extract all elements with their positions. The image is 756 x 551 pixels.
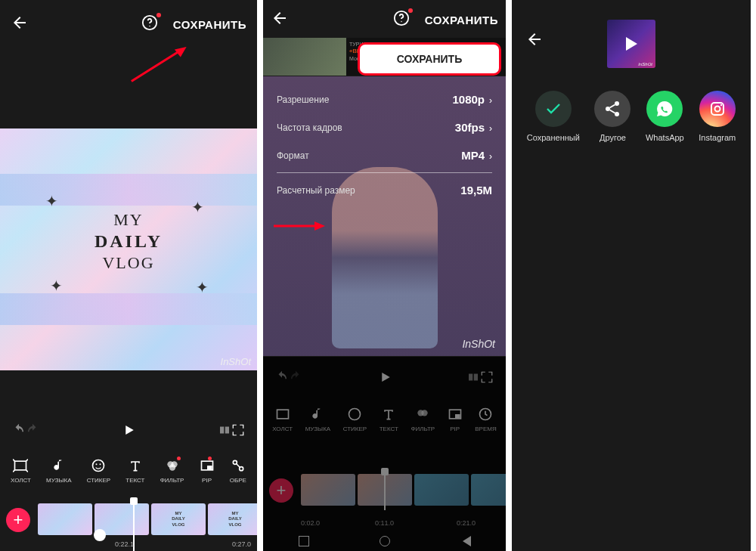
time-end: 0:27.0 xyxy=(232,540,251,548)
clip-thumb[interactable]: MYDAILYVLOG xyxy=(208,503,257,535)
undo-icon[interactable] xyxy=(12,423,26,440)
clip-thumb[interactable]: MYDAILYVLOG xyxy=(151,503,206,535)
svg-point-12 xyxy=(169,464,175,470)
svg-rect-5 xyxy=(225,427,229,434)
tool-crop[interactable]: ОБРЕ xyxy=(230,458,246,484)
tool-text[interactable]: ТЕКСТ xyxy=(380,407,398,432)
topbar: СОХРАНИТЬ xyxy=(263,0,506,39)
annotation-arrow xyxy=(272,220,327,235)
svg-point-18 xyxy=(401,21,401,22)
setting-format[interactable]: Формат MP4› xyxy=(263,141,506,169)
share-other[interactable]: Другое xyxy=(594,91,631,143)
clip-thumb[interactable] xyxy=(38,503,92,535)
share-whatsapp[interactable]: WhatsApp xyxy=(646,91,684,143)
share-instagram[interactable]: Instagram xyxy=(699,91,736,143)
play-icon[interactable] xyxy=(378,370,392,387)
setting-size: Расчетный размер 19,5M xyxy=(263,176,506,204)
tool-canvas[interactable]: ХОЛСТ xyxy=(272,407,293,432)
svg-point-24 xyxy=(349,409,361,420)
play-icon[interactable] xyxy=(122,423,135,440)
share-screen: InShOt Сохраненный Другое WhatsApp Insta… xyxy=(512,0,751,551)
share-saved[interactable]: Сохраненный xyxy=(527,91,580,143)
fullscreen-icon[interactable] xyxy=(231,423,245,440)
notification-dot xyxy=(408,8,413,13)
add-clip-button[interactable]: + xyxy=(6,508,30,532)
video-preview[interactable]: ✦ ✦ ✦ ✦ MY DAILY VLOG InShOt xyxy=(0,128,257,370)
setting-fps[interactable]: Частота кадров 30fps› xyxy=(263,113,506,141)
split-icon[interactable] xyxy=(466,370,480,387)
svg-rect-21 xyxy=(469,374,472,381)
clip-thumb[interactable] xyxy=(414,474,469,506)
timeline[interactable]: + 0:02.0 0:11.0 0:21.0 xyxy=(263,468,506,551)
play-icon xyxy=(626,37,637,51)
nav-recent-icon[interactable] xyxy=(299,536,309,546)
preview-title: MY DAILY VLOG xyxy=(0,210,257,273)
export-settings: Разрешение 1080p› Частота кадров 30fps› … xyxy=(263,76,506,356)
nav-back-icon[interactable] xyxy=(460,536,471,546)
time-current: 0:22.1 xyxy=(115,540,134,548)
tool-music[interactable]: МУЗЫКА xyxy=(305,407,330,432)
clip-thumb[interactable] xyxy=(301,474,355,506)
tool-filter[interactable]: ФИЛЬТР xyxy=(160,458,184,484)
svg-point-31 xyxy=(606,107,610,111)
svg-point-32 xyxy=(615,112,619,116)
notification-dot xyxy=(156,13,161,17)
watermark[interactable]: InShOt xyxy=(462,338,495,350)
svg-rect-23 xyxy=(277,410,288,419)
split-icon[interactable] xyxy=(218,423,231,440)
tool-pip[interactable]: PIP xyxy=(200,458,215,484)
tool-sticker[interactable]: СТИКЕР xyxy=(343,407,367,432)
back-icon[interactable] xyxy=(525,30,544,51)
timeline[interactable]: + MYDAILYVLOG MYDAILYVLOG 0:22.1 0:27.0 xyxy=(0,494,257,551)
svg-rect-22 xyxy=(474,374,478,381)
android-navbar xyxy=(263,536,506,546)
topbar: СОХРАНИТЬ xyxy=(0,0,257,48)
save-popup-button[interactable]: СОХРАНИТЬ xyxy=(358,42,501,76)
svg-rect-6 xyxy=(15,461,26,470)
toolbar: ХОЛСТ МУЗЫКА СТИКЕР ТЕКСТ ФИЛЬТР PIP ОБР… xyxy=(0,452,257,490)
svg-point-30 xyxy=(615,101,619,106)
save-button[interactable]: СОХРАНИТЬ xyxy=(173,18,246,31)
help-icon[interactable] xyxy=(141,14,158,34)
svg-line-2 xyxy=(127,51,184,81)
scrub-knob[interactable] xyxy=(94,529,106,541)
fullscreen-icon[interactable] xyxy=(480,370,494,387)
share-row: Сохраненный Другое WhatsApp Instagram xyxy=(512,91,751,143)
back-icon[interactable] xyxy=(11,14,29,35)
play-controls xyxy=(263,370,506,387)
nav-home-icon[interactable] xyxy=(380,536,390,546)
watermark: InShOt xyxy=(638,62,652,67)
help-icon[interactable] xyxy=(393,10,410,29)
tool-time[interactable]: ВРЕМЯ xyxy=(475,407,496,432)
playhead[interactable] xyxy=(384,471,386,510)
setting-resolution[interactable]: Разрешение 1080p› xyxy=(263,85,506,113)
annotation-arrow xyxy=(123,44,195,88)
back-icon[interactable] xyxy=(271,9,289,30)
save-button[interactable]: СОХРАНИТЬ xyxy=(425,14,498,26)
video-thumbnail[interactable]: InShOt xyxy=(607,20,655,68)
add-clip-button[interactable]: + xyxy=(269,478,293,503)
svg-point-8 xyxy=(96,463,98,465)
redo-icon[interactable] xyxy=(289,370,302,387)
svg-point-35 xyxy=(720,104,722,106)
svg-point-26 xyxy=(422,410,428,416)
toolbar: ХОЛСТ МУЗЫКА СТИКЕР ТЕКСТ ФИЛЬТР PIP ВРЕ… xyxy=(263,401,506,438)
clip-thumb[interactable] xyxy=(471,474,506,506)
svg-rect-14 xyxy=(207,466,212,469)
tool-pip[interactable]: PIP xyxy=(448,407,463,432)
svg-point-34 xyxy=(714,107,720,112)
watermark[interactable]: InShOt xyxy=(221,356,251,367)
svg-rect-4 xyxy=(220,427,224,434)
undo-icon[interactable] xyxy=(275,370,289,387)
redo-icon[interactable] xyxy=(26,423,39,440)
tool-sticker[interactable]: СТИКЕР xyxy=(87,458,110,484)
play-controls xyxy=(0,423,257,440)
tool-music[interactable]: МУЗЫКА xyxy=(46,458,71,484)
svg-marker-20 xyxy=(314,221,325,231)
tool-text[interactable]: ТЕКСТ xyxy=(125,458,144,484)
tool-canvas[interactable]: ХОЛСТ xyxy=(11,458,31,484)
svg-point-7 xyxy=(93,460,104,472)
svg-point-1 xyxy=(149,26,150,26)
tool-filter[interactable]: ФИЛЬТР xyxy=(411,407,435,432)
svg-marker-3 xyxy=(175,45,189,58)
